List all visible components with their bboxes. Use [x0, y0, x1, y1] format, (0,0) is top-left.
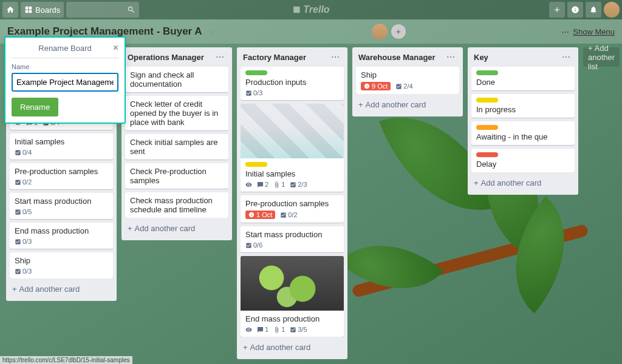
card-title: Production inputs [245, 78, 339, 87]
card[interactable]: End mass production113/5 [241, 256, 344, 337]
add-member-button[interactable]: + [391, 24, 406, 39]
add-card-button[interactable]: + Add another card [241, 339, 344, 356]
card-title: In progress [476, 105, 570, 114]
checklist-badge: 0/2 [280, 211, 297, 218]
card[interactable]: Ship0/3 [10, 252, 113, 278]
list-menu-button[interactable]: ⋯ [445, 52, 457, 62]
card[interactable]: End mass production0/3 [10, 223, 113, 249]
comments-badge: 2 [257, 181, 268, 188]
list-menu-button[interactable]: ⋯ [330, 52, 341, 62]
add-card-button[interactable]: + Add another card [356, 96, 459, 113]
name-label: Name [12, 63, 118, 70]
card-badges: 0/2 [15, 178, 108, 186]
card-title: Done [476, 78, 570, 87]
search-icon [127, 5, 135, 14]
card-title: Awaiting - in the que [476, 132, 570, 141]
list-title-factory-manager[interactable]: Factory Manager [243, 53, 306, 62]
checklist-badge: 0/3 [245, 89, 262, 96]
add-list-button[interactable]: + Add another list [583, 47, 620, 67]
card[interactable]: Production inputs0/3 [241, 67, 344, 100]
svg-rect-0 [293, 7, 300, 13]
global-header: Boards Trello [0, 0, 622, 19]
checklist-badge: 0/3 [15, 268, 32, 275]
watch-icon [245, 326, 252, 333]
create-button[interactable] [549, 2, 565, 18]
card[interactable]: Delay [471, 149, 575, 172]
card-title: Initial samples [15, 137, 108, 146]
card[interactable]: Check mass production schedule and timel… [125, 192, 228, 218]
card[interactable]: Sign and check all documentation [125, 67, 228, 92]
list-title-warehouse-manager[interactable]: Warehouse Manager [358, 53, 436, 62]
checklist-badge: 2/3 [290, 181, 307, 188]
show-menu-button[interactable]: Show Menu [573, 27, 615, 36]
card[interactable]: Check letter of credit opened by the buy… [125, 96, 228, 130]
boards-icon [24, 5, 33, 14]
card-label [245, 70, 267, 75]
card[interactable]: Pre-production samples1 Oct0/2 [241, 195, 344, 223]
card-badges: 212/3 [245, 181, 339, 188]
rename-board-popover: Rename Board × Name Rename [4, 36, 126, 124]
plus-icon [553, 5, 561, 14]
card-title: Delay [476, 160, 570, 169]
card[interactable]: Awaiting - in the que [471, 121, 575, 145]
search-input[interactable] [66, 2, 139, 18]
list-menu-button[interactable]: ⋯ [214, 52, 226, 62]
card-title: Check Pre-production samples [130, 167, 224, 185]
checklist-badge: 0/3 [15, 238, 32, 245]
card[interactable]: In progress [471, 94, 575, 118]
card-badges: 0/3 [245, 89, 339, 96]
card-label [476, 98, 498, 103]
checklist-badge: 0/6 [245, 241, 262, 249]
list-title-operations-manager[interactable]: Operations Manager [128, 53, 204, 62]
list: Key ⋯ DoneIn progressAwaiting - in the q… [468, 47, 578, 195]
card-cover [241, 256, 344, 311]
card-title: Pre-production samples [245, 199, 339, 208]
member-avatar[interactable] [372, 24, 388, 39]
avatar[interactable] [604, 2, 620, 18]
checklist-badge: 0/5 [15, 208, 32, 215]
card[interactable]: Ship9 Oct2/4 [356, 67, 459, 94]
card-title: Start mass production [15, 197, 108, 206]
board-title[interactable]: Example Project Management - Buyer A [7, 25, 202, 38]
card[interactable]: Pre-production samples0/2 [10, 163, 113, 189]
checklist-badge: 3/5 [290, 326, 307, 333]
card-badges: 1 Oct0/2 [245, 211, 339, 219]
rename-button[interactable]: Rename [12, 98, 58, 116]
card[interactable]: Start mass production0/5 [10, 193, 113, 219]
card-label [476, 70, 498, 75]
card-title: End mass production [15, 226, 108, 235]
card[interactable]: Initial samples212/3 [241, 104, 344, 192]
card-label [476, 125, 498, 130]
add-card-button[interactable]: + Add another card [471, 175, 575, 191]
info-button[interactable] [567, 2, 583, 18]
status-bar: https://trello.com/c/LSE7dlbD/15-initial… [0, 356, 132, 364]
comments-badge: 1 [257, 326, 268, 333]
info-icon [571, 5, 579, 14]
boards-button[interactable]: Boards [21, 2, 64, 18]
star-button[interactable]: ☆ [208, 27, 216, 36]
menu-ellipsis[interactable]: ⋯ [561, 27, 569, 36]
attachment-badge: 1 [273, 326, 285, 333]
list-title-key[interactable]: Key [474, 53, 488, 62]
card[interactable]: Check Pre-production samples [125, 163, 228, 189]
list-menu-button[interactable]: ⋯ [561, 52, 572, 62]
add-card-button[interactable]: + Add another card [125, 220, 228, 237]
list: Operations Manager ⋯ Sign and check all … [121, 47, 232, 240]
attachment-badge: 1 [273, 181, 285, 188]
logo-icon [292, 5, 301, 14]
add-card-button[interactable]: + Add another card [10, 281, 113, 297]
logo[interactable]: Trello [292, 4, 329, 15]
notifications-button[interactable] [586, 2, 601, 18]
card-badges: 9 Oct2/4 [361, 82, 454, 90]
card-cover [241, 104, 344, 158]
bell-icon [589, 5, 598, 14]
card[interactable]: Initial samples0/4 [10, 133, 113, 160]
card[interactable]: Done [471, 67, 575, 90]
home-icon [6, 5, 15, 14]
close-icon[interactable]: × [113, 42, 118, 53]
card[interactable]: Check initial samples are sent [125, 134, 228, 160]
board-name-input[interactable] [12, 73, 118, 92]
home-button[interactable] [2, 2, 18, 18]
card[interactable]: Start mass production0/6 [241, 226, 344, 252]
card-badges: 0/5 [15, 208, 108, 215]
